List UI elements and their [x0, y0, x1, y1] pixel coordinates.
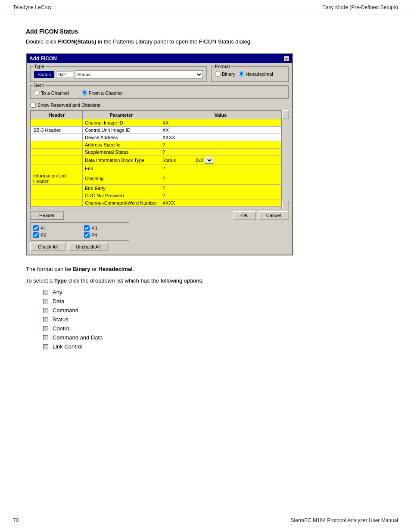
table-row: End Early ?	[31, 185, 281, 192]
dialog-titlebar: Add FICON ×	[27, 54, 292, 63]
format-binary-option[interactable]: Binary	[215, 71, 235, 77]
row11-header	[31, 199, 83, 207]
list-item: Any	[43, 289, 385, 296]
row4-header	[31, 141, 83, 149]
ok-button[interactable]: OK	[234, 211, 256, 220]
row11-value: XXXX	[160, 199, 281, 207]
row3-value: XXXX	[160, 134, 281, 141]
list-item: Data	[43, 298, 385, 305]
row5-value: ?	[160, 149, 281, 156]
type-dropdown[interactable]: Status Any Data Command Control Command …	[75, 70, 203, 79]
format-hex-radio[interactable]	[239, 71, 244, 77]
sent-radios: To a Channel From a Channel	[34, 90, 285, 96]
format-hex-option[interactable]: Hexadecimal	[239, 71, 273, 77]
row3-header	[31, 134, 83, 141]
list-item: Link Control	[43, 343, 385, 350]
col-header-parameter: Parameter	[83, 111, 160, 119]
list-bullet-icon	[43, 344, 48, 349]
format-bold2: Hexadecimal	[98, 266, 133, 272]
row6-param: Data Information Block Type	[83, 156, 160, 165]
format-radios: Binary Hexadecimal	[215, 71, 285, 77]
table-row: Channel-Command-Word Number XXXX	[31, 199, 281, 207]
format-group: Format Binary Hexadecimal	[211, 66, 289, 82]
option-status: Status	[53, 316, 68, 323]
row5-header	[31, 149, 83, 156]
table-row: Information Unit Header Chaining ?	[31, 172, 281, 185]
check-all-button[interactable]: Check All	[30, 243, 65, 251]
table-row: Address Specific ?	[31, 141, 281, 149]
p2-checkbox[interactable]	[33, 232, 39, 238]
page-container: Teledyne LeCroy Easy Mode (Pre-Defined S…	[0, 0, 411, 532]
p1-label: P1	[40, 226, 46, 231]
dialog-title: Add FICON	[29, 56, 57, 62]
dialog-close-button[interactable]: ×	[283, 56, 290, 62]
row9-param: End Early	[83, 185, 160, 192]
diib-value: 0x2	[196, 158, 203, 163]
format-text-mid: or	[90, 266, 99, 272]
table-row: CRC Not Provided ?	[31, 192, 281, 199]
dialog-buttons: OK Cancel	[234, 211, 289, 220]
intro-paragraph: Double-click FICON(Status) in the Patter…	[26, 38, 385, 45]
table-scrollbar[interactable]	[282, 110, 289, 209]
list-bullet-icon	[43, 299, 48, 304]
sent-from-channel-radio[interactable]	[82, 90, 87, 96]
row6-header	[31, 156, 83, 165]
type-options-list: Any Data Command Status Control Command …	[43, 289, 385, 350]
p1-checkbox[interactable]	[33, 225, 39, 231]
table-row: Device Address XXXX	[31, 134, 281, 141]
p3-label: P3	[91, 226, 97, 231]
type-group: Type Status 0x2 Status Any Data Command …	[30, 66, 207, 82]
p3-checkbox[interactable]	[84, 225, 90, 231]
page-content: Add FICON Status Double-click FICON(Stat…	[0, 15, 411, 378]
row7-param: End	[83, 165, 160, 172]
uncheck-all-button[interactable]: Uncheck All	[68, 243, 108, 251]
row5-param: Supplemental Status	[83, 149, 160, 156]
p4-checkbox[interactable]	[84, 232, 90, 238]
checkbox-p2[interactable]: P2	[33, 232, 75, 238]
checkbox-grid: P1 P3 P2 P4	[30, 222, 129, 241]
format-bold1: Binary	[73, 266, 90, 272]
row1-param: Channel Image ID	[83, 119, 160, 127]
option-data: Data	[53, 298, 64, 305]
row8-value: ?	[160, 172, 281, 185]
page-header: Teledyne LeCroy Easy Mode (Pre-Defined S…	[0, 0, 411, 15]
row8-header: Information Unit Header	[31, 172, 83, 185]
sent-to-channel-radio[interactable]	[34, 90, 40, 96]
intro-pre: Double-click	[26, 38, 58, 45]
list-bullet-icon	[43, 317, 48, 322]
list-item: Status	[43, 316, 385, 323]
row2-header: SB-3 Header	[31, 127, 83, 134]
row7-value: ?	[160, 165, 281, 172]
header-tab[interactable]: Header	[30, 211, 64, 220]
option-command-and-data: Command and Data	[53, 334, 103, 341]
format-binary-radio[interactable]	[215, 71, 221, 77]
sent-group: Sent To a Channel From a Channel	[30, 85, 289, 99]
row3-param: Device Address	[83, 134, 160, 141]
row9-value: ?	[160, 185, 281, 192]
row2-value: XX	[160, 127, 281, 134]
format-text-pre: The format can be	[26, 266, 73, 272]
show-reserved-row: Show Reserved and Obsolete	[30, 102, 289, 108]
sent-to-channel-option[interactable]: To a Channel	[34, 90, 69, 96]
page-footer: 70 SierraFC M164 Protocol Analyzer User …	[0, 517, 411, 523]
checkbox-p4[interactable]: P4	[84, 232, 126, 238]
checkbox-p1[interactable]: P1	[33, 225, 75, 231]
sent-from-channel-option[interactable]: From a Channel	[82, 90, 123, 96]
add-ficon-dialog: Add FICON × Type Status 0x2	[26, 53, 293, 255]
table-scroll[interactable]: Header Parameter Value Chann	[30, 110, 282, 209]
dialog-body: Type Status 0x2 Status Any Data Command …	[27, 63, 292, 255]
header-left: Teledyne LeCroy	[13, 4, 52, 10]
cancel-button[interactable]: Cancel	[258, 211, 289, 220]
section-title: Add FICON Status	[26, 28, 385, 35]
show-reserved-label: Show Reserved and Obsolete	[37, 103, 100, 108]
format-text-post: .	[133, 266, 134, 272]
diib-type-dropdown[interactable]	[205, 157, 213, 164]
option-control: Control	[53, 325, 71, 332]
show-reserved-checkbox[interactable]	[30, 102, 36, 108]
type-text-pre: To select a	[26, 277, 54, 284]
table-row: End ?	[31, 165, 281, 172]
checkbox-p3[interactable]: P3	[84, 225, 126, 231]
table-container: Header Parameter Value Chann	[30, 110, 289, 209]
col-header-value: Value	[160, 111, 281, 119]
row10-param: CRC Not Provided	[83, 192, 160, 199]
